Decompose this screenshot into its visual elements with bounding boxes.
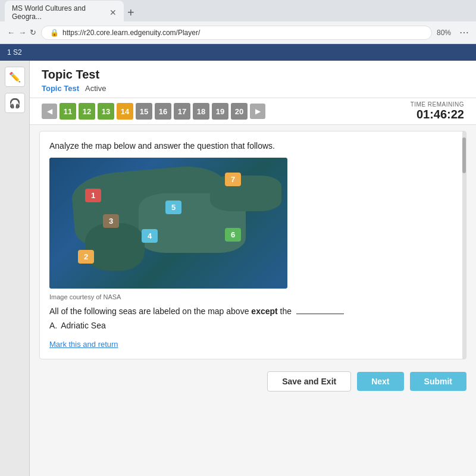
browser-nav-icons: ← → ↻ xyxy=(7,28,36,37)
url-text: https://r20.core.learn.edgenuity.com/Pla… xyxy=(62,29,200,37)
image-credit: Image courtesy of NASA xyxy=(49,293,456,300)
submit-button[interactable]: Submit xyxy=(410,372,466,391)
answer-a-text: Adriatic Sea xyxy=(61,321,105,330)
nav-num-16[interactable]: 16 xyxy=(155,103,171,120)
back-icon[interactable]: ← xyxy=(7,28,15,37)
nav-next-arrow[interactable]: ▶ xyxy=(250,104,265,119)
map-label-2: 2 xyxy=(78,250,94,264)
map-label-4: 4 xyxy=(142,229,158,243)
nav-num-11[interactable]: 11 xyxy=(60,103,76,120)
zoom-indicator: 80% xyxy=(437,29,451,37)
topic-title: Topic Test xyxy=(42,68,464,82)
map-label-5: 5 xyxy=(165,201,181,214)
prev-arrow-icon: ◀ xyxy=(47,107,52,115)
question-body-bold: except xyxy=(251,306,277,316)
answer-a-letter: A. xyxy=(49,321,57,330)
nav-num-12[interactable]: 12 xyxy=(79,103,95,120)
nav-num-19[interactable]: 19 xyxy=(212,103,228,120)
map-container: 1 2 3 4 5 xyxy=(49,158,287,289)
question-instruction: Analyze the map below and answer the que… xyxy=(49,141,456,151)
bottom-bar: Save and Exit Next Submit xyxy=(30,365,476,397)
topic-header: Topic Test Topic Test Active xyxy=(30,61,476,98)
app-header: 1 S2 xyxy=(0,44,476,61)
nav-num-18[interactable]: 18 xyxy=(193,103,209,120)
address-input[interactable]: 🔒 https://r20.core.learn.edgenuity.com/P… xyxy=(41,26,432,40)
nav-num-17[interactable]: 17 xyxy=(174,103,190,120)
timer-value: 01:46:22 xyxy=(411,108,464,121)
nav-num-15[interactable]: 15 xyxy=(136,103,152,120)
forward-icon[interactable]: → xyxy=(18,28,26,37)
question-area: Analyze the map below and answer the que… xyxy=(39,131,466,359)
tab-close-icon[interactable]: ✕ xyxy=(109,8,117,17)
browser-address-bar: ← → ↻ 🔒 https://r20.core.learn.edgenuity… xyxy=(0,21,476,44)
timer: TIME REMAINING 01:46:22 xyxy=(411,101,464,121)
question-body-prefix: All of the following seas are labeled on… xyxy=(49,306,249,316)
nav-prev-arrow[interactable]: ◀ xyxy=(42,104,57,119)
nav-num-14[interactable]: 14 xyxy=(117,103,133,120)
content-area: Topic Test Topic Test Active ◀ 11 12 13 … xyxy=(30,61,476,476)
sidebar: ✏️ 🎧 xyxy=(0,61,30,476)
browser-chrome: MS World Cultures and Geogra... ✕ + ← → … xyxy=(0,0,476,44)
save-exit-button[interactable]: Save and Exit xyxy=(267,371,351,392)
headphones-icon-btn[interactable]: 🎧 xyxy=(5,93,25,113)
app-header-text: 1 S2 xyxy=(7,48,22,57)
answer-option-a[interactable]: A. Adriatic Sea xyxy=(49,321,456,330)
tab-title: MS World Cultures and Geogra... xyxy=(12,4,105,21)
browser-tab-bar: MS World Cultures and Geogra... ✕ + xyxy=(0,0,476,21)
timer-label: TIME REMAINING xyxy=(411,101,464,108)
question-body-suffix: the xyxy=(280,306,292,316)
nav-num-20[interactable]: 20 xyxy=(231,103,248,120)
reload-icon[interactable]: ↻ xyxy=(30,28,36,37)
menu-icon[interactable]: ⋯ xyxy=(459,27,469,38)
topic-test-link[interactable]: Topic Test xyxy=(42,84,79,93)
nav-num-13[interactable]: 13 xyxy=(98,103,114,120)
map-label-6: 6 xyxy=(225,228,241,242)
scroll-thumb xyxy=(462,137,466,173)
headphones-icon: 🎧 xyxy=(9,98,21,109)
navigation-bar: ◀ 11 12 13 14 15 16 17 1 xyxy=(30,98,476,125)
scroll-indicator[interactable] xyxy=(462,131,466,359)
topic-status: Active xyxy=(85,84,106,93)
main-layout: ✏️ 🎧 Topic Test Topic Test Active ◀ 11 1… xyxy=(0,61,476,476)
new-tab-icon[interactable]: + xyxy=(127,6,134,20)
next-arrow-icon: ▶ xyxy=(255,107,261,115)
map-label-1: 1 xyxy=(85,189,101,202)
answer-blank xyxy=(296,314,344,314)
topic-subtitle: Topic Test Active xyxy=(42,84,464,93)
lock-icon: 🔒 xyxy=(50,29,59,37)
map-label-3: 3 xyxy=(103,214,119,228)
map-label-7: 7 xyxy=(225,173,241,186)
pencil-icon-btn[interactable]: ✏️ xyxy=(5,67,25,87)
next-button[interactable]: Next xyxy=(357,372,403,391)
browser-tab[interactable]: MS World Cultures and Geogra... ✕ xyxy=(5,1,124,24)
map-background: 1 2 3 4 5 xyxy=(49,158,287,289)
pencil-icon: ✏️ xyxy=(9,71,21,83)
mark-return-link[interactable]: Mark this and return xyxy=(49,340,118,349)
question-body: All of the following seas are labeled on… xyxy=(49,306,456,316)
